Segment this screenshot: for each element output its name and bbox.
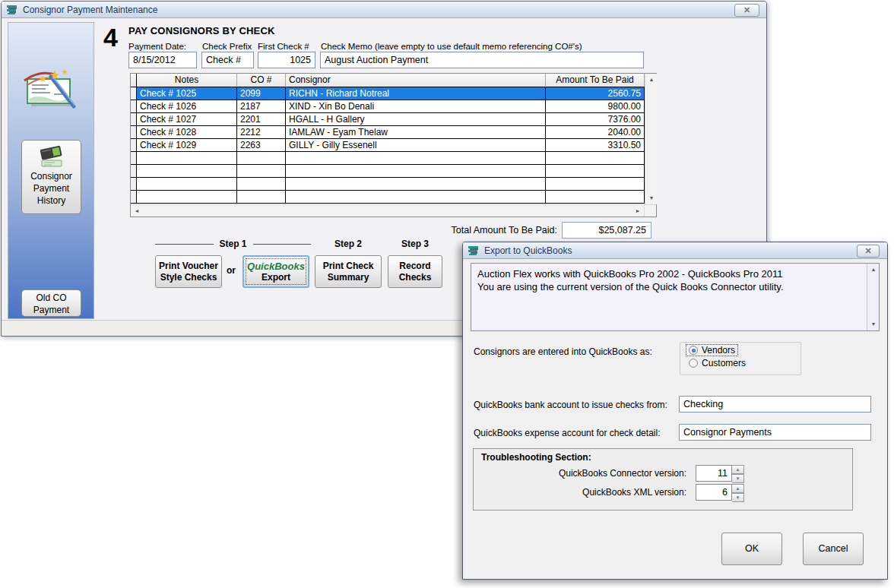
table-cell[interactable]: 2263 xyxy=(237,139,286,152)
table-cell[interactable]: 9800.00 xyxy=(546,100,645,113)
table-cell[interactable] xyxy=(237,165,286,178)
column-header: CO # xyxy=(237,74,286,87)
table-cell[interactable] xyxy=(546,191,645,204)
cancel-button[interactable]: Cancel xyxy=(803,533,864,565)
row-gutter[interactable] xyxy=(131,87,137,100)
table-cell[interactable] xyxy=(546,152,645,165)
app-icon xyxy=(6,4,18,16)
row-gutter[interactable] xyxy=(131,126,137,139)
print-check-summary-button[interactable]: Print Check Summary xyxy=(315,255,382,288)
ok-button[interactable]: OK xyxy=(721,533,782,565)
table-row-empty[interactable] xyxy=(131,165,645,178)
table-cell[interactable]: Check # 1027 xyxy=(137,113,237,126)
table-cell[interactable]: Check # 1028 xyxy=(137,126,237,139)
spinner-down-icon[interactable]: ▼ xyxy=(732,493,744,502)
check-prefix-input[interactable] xyxy=(201,52,254,68)
close-icon[interactable]: ✕ xyxy=(734,4,759,17)
row-gutter[interactable] xyxy=(131,165,137,178)
connector-version-input[interactable] xyxy=(696,465,732,482)
scroll-left-icon[interactable]: ◄ xyxy=(131,205,143,217)
check-prefix-label: Check Prefix xyxy=(202,42,252,51)
table-row-empty[interactable] xyxy=(131,152,645,165)
table-cell[interactable] xyxy=(286,152,546,165)
table-cell[interactable] xyxy=(286,191,546,204)
info-line-2: You are using the current version of the… xyxy=(477,280,861,293)
table-row[interactable]: Check # 10292263GILLY - Gilly Essenell33… xyxy=(131,139,645,152)
column-header: Notes xyxy=(137,74,237,87)
table-cell[interactable] xyxy=(546,165,645,178)
table-cell[interactable]: 2212 xyxy=(237,126,286,139)
dialog-title: Export to QuickBooks xyxy=(484,245,572,256)
scroll-down-icon[interactable]: ▼ xyxy=(867,318,880,330)
quickbooks-logo: QuickBooks xyxy=(244,261,308,272)
radio-customers[interactable]: Customers xyxy=(686,358,748,368)
table-row-empty[interactable] xyxy=(131,178,645,191)
xml-version-input[interactable] xyxy=(696,484,732,501)
payment-date-input[interactable] xyxy=(128,52,197,68)
consignor-payment-history-button[interactable]: Consignor Payment History xyxy=(21,140,81,214)
radio-vendors[interactable]: Vendors xyxy=(686,345,737,356)
table-cell[interactable] xyxy=(546,178,645,191)
row-gutter[interactable] xyxy=(131,191,137,204)
table-cell[interactable]: 3310.50 xyxy=(546,139,645,152)
close-icon[interactable]: ✕ xyxy=(857,245,880,258)
record-checks-button[interactable]: Record Checks xyxy=(388,255,442,288)
bank-account-label: QuickBooks bank account to issue checks … xyxy=(474,400,667,410)
table-cell[interactable] xyxy=(137,178,237,191)
table-cell[interactable]: 2099 xyxy=(237,87,286,100)
table-cell[interactable]: HGALL - H Gallery xyxy=(286,113,546,126)
row-gutter[interactable] xyxy=(131,152,137,165)
table-row[interactable]: Check # 10282212IAMLAW - Eyam Thelaw2040… xyxy=(131,126,645,139)
checkbook-icon xyxy=(36,145,67,168)
table-cell[interactable]: Check # 1025 xyxy=(137,87,237,100)
table-row-empty[interactable] xyxy=(131,191,645,204)
table-cell[interactable]: XIND - Xin Bo Denali xyxy=(286,100,546,113)
table-cell[interactable]: 2560.75 xyxy=(546,87,645,100)
scroll-up-icon[interactable]: ▲ xyxy=(645,74,658,86)
first-check-number-input[interactable] xyxy=(258,52,315,68)
table-cell[interactable] xyxy=(286,165,546,178)
table-cell[interactable]: RICHN - Richard Notreal xyxy=(286,87,546,100)
connector-version-spinner: ▲ ▼ xyxy=(696,465,744,482)
quickbooks-export-button[interactable]: QuickBooks Export xyxy=(243,255,309,288)
table-cell[interactable]: Check # 1029 xyxy=(137,139,237,152)
check-memo-input[interactable] xyxy=(320,52,644,68)
bank-account-input[interactable] xyxy=(679,396,871,413)
row-gutter[interactable] xyxy=(131,139,137,152)
table-cell[interactable]: GILLY - Gilly Essenell xyxy=(286,139,546,152)
table-horizontal-scrollbar[interactable]: ◄ ► xyxy=(131,205,644,217)
table-cell[interactable] xyxy=(137,191,237,204)
table-cell[interactable] xyxy=(237,152,286,165)
history-button-label: Consignor xyxy=(22,170,81,182)
table-vertical-scrollbar[interactable]: ▲ ▼ xyxy=(645,74,657,204)
table-cell[interactable] xyxy=(237,191,286,204)
table-cell[interactable]: 2201 xyxy=(237,113,286,126)
table-cell[interactable] xyxy=(137,165,237,178)
xml-version-label: QuickBooks XML version: xyxy=(480,487,686,498)
scroll-down-icon[interactable]: ▼ xyxy=(645,192,658,204)
scroll-up-icon[interactable]: ▲ xyxy=(867,264,880,276)
table-cell[interactable] xyxy=(237,178,286,191)
row-gutter[interactable] xyxy=(131,100,137,113)
row-gutter[interactable] xyxy=(131,178,137,191)
table-row[interactable]: Check # 10272201HGALL - H Gallery7376.00 xyxy=(131,113,645,126)
table-cell[interactable]: 2187 xyxy=(237,100,286,113)
table-cell[interactable] xyxy=(286,178,546,191)
spinner-up-icon[interactable]: ▲ xyxy=(732,484,744,493)
total-amount-value: $25,087.25 xyxy=(562,222,651,239)
table-cell[interactable] xyxy=(137,152,237,165)
row-gutter[interactable] xyxy=(131,113,137,126)
table-row[interactable]: Check # 10252099RICHN - Richard Notreal2… xyxy=(131,87,645,100)
expense-account-input[interactable] xyxy=(679,424,871,441)
table-cell[interactable]: 7376.00 xyxy=(546,113,645,126)
table-cell[interactable]: 2040.00 xyxy=(546,126,645,139)
info-vertical-scrollbar[interactable]: ▲ ▼ xyxy=(867,264,879,330)
spinner-up-icon[interactable]: ▲ xyxy=(732,465,744,474)
table-cell[interactable]: IAMLAW - Eyam Thelaw xyxy=(286,126,546,139)
table-cell[interactable]: Check # 1026 xyxy=(137,100,237,113)
table-row[interactable]: Check # 10262187XIND - Xin Bo Denali9800… xyxy=(131,100,645,113)
print-voucher-style-checks-button[interactable]: Print Voucher Style Checks xyxy=(155,255,222,288)
spinner-down-icon[interactable]: ▼ xyxy=(732,474,744,483)
old-co-payment-button[interactable]: Old CO Payment xyxy=(21,289,81,317)
scroll-right-icon[interactable]: ► xyxy=(632,205,644,217)
